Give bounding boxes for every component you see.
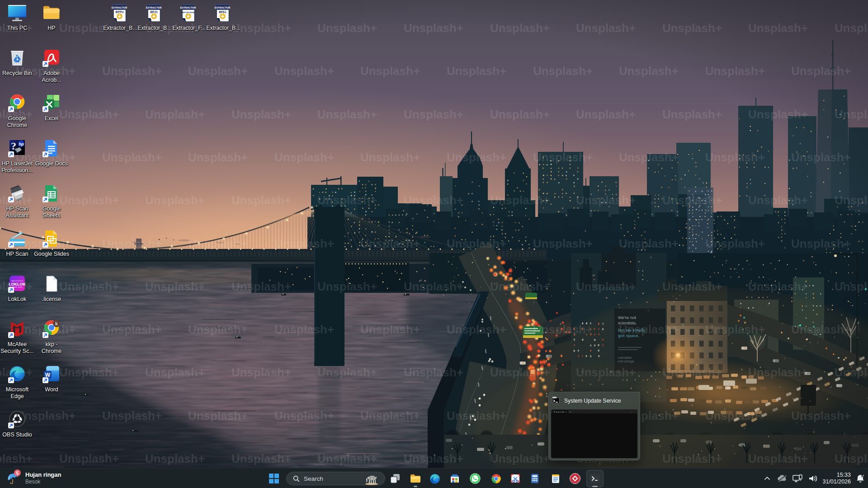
svg-text:W: W <box>45 372 51 378</box>
svg-text:Unsplash+: Unsplash+ <box>835 452 868 465</box>
svg-text:Unsplash+: Unsplash+ <box>274 237 334 250</box>
svg-text:Unsplash+: Unsplash+ <box>748 452 808 465</box>
svg-text:Unsplash+: Unsplash+ <box>360 409 420 422</box>
svg-text:Unsplash+: Unsplash+ <box>145 452 205 465</box>
svg-text:Unsplash+: Unsplash+ <box>705 64 765 78</box>
svg-text:Unsplash+: Unsplash+ <box>404 366 463 379</box>
svg-text:Unsplash+: Unsplash+ <box>748 280 808 293</box>
svg-text:Unsplash+: Unsplash+ <box>791 237 851 250</box>
svg-text:Unsplash+: Unsplash+ <box>705 237 765 250</box>
svg-text:Unsplash+: Unsplash+ <box>490 21 550 35</box>
svg-text:Unsplash+: Unsplash+ <box>59 452 119 465</box>
svg-text:Unsplash+: Unsplash+ <box>447 237 506 250</box>
svg-text:FAKTUR PAJAK: FAKTUR PAJAK <box>181 11 195 14</box>
svg-text:Unsplash+: Unsplash+ <box>576 366 636 379</box>
svg-text:Unsplash+: Unsplash+ <box>188 323 248 336</box>
svg-text:BP21: BP21 <box>151 10 158 14</box>
svg-text:Unsplash+: Unsplash+ <box>705 409 765 422</box>
svg-text:Unsplash+: Unsplash+ <box>748 108 808 121</box>
svg-text:Unsplash+: Unsplash+ <box>231 366 291 379</box>
svg-text:LOKLOK: LOKLOK <box>9 282 26 286</box>
svg-text:Unsplash+: Unsplash+ <box>835 193 868 207</box>
svg-text:Unsplash+: Unsplash+ <box>404 452 463 465</box>
svg-text:Unsplash+: Unsplash+ <box>791 323 851 336</box>
svg-text:Unsplash+: Unsplash+ <box>662 108 722 121</box>
svg-text:Unsplash+: Unsplash+ <box>274 323 334 336</box>
svg-text:BPA1: BPA1 <box>219 10 226 14</box>
svg-text:Unsplash+: Unsplash+ <box>145 366 205 379</box>
svg-text:Unsplash+: Unsplash+ <box>274 150 334 164</box>
svg-text:Unsplash+: Unsplash+ <box>102 64 162 78</box>
svg-text:Unsplash+: Unsplash+ <box>404 280 463 293</box>
svg-text:hp: hp <box>19 142 24 146</box>
svg-text:Unsplash+: Unsplash+ <box>0 452 33 465</box>
svg-text:Unsplash+: Unsplash+ <box>835 280 868 293</box>
svg-text:Unsplash+: Unsplash+ <box>317 366 377 379</box>
svg-text:EXTRACTOR: EXTRACTOR <box>215 6 231 9</box>
svg-text:Unsplash+: Unsplash+ <box>490 280 550 293</box>
svg-text:EXTRACTOR: EXTRACTOR <box>112 6 127 9</box>
svg-text:Unsplash+: Unsplash+ <box>447 150 506 164</box>
svg-text:Unsplash+: Unsplash+ <box>447 409 506 422</box>
svg-text:Unsplash+: Unsplash+ <box>188 237 248 250</box>
svg-text:Unsplash+: Unsplash+ <box>317 280 377 293</box>
svg-text:Unsplash+: Unsplash+ <box>447 64 506 78</box>
svg-text:EXTRACTOR: EXTRACTOR <box>180 6 196 9</box>
svg-text:Unsplash+: Unsplash+ <box>102 323 162 336</box>
svg-text:Unsplash+: Unsplash+ <box>102 237 162 250</box>
svg-text:Unsplash+: Unsplash+ <box>231 193 291 207</box>
svg-text:Unsplash+: Unsplash+ <box>533 237 593 250</box>
svg-text:Unsplash+: Unsplash+ <box>835 108 868 121</box>
svg-text:Unsplash+: Unsplash+ <box>619 64 679 78</box>
svg-text:Unsplash+: Unsplash+ <box>619 237 679 250</box>
svg-text:Unsplash+: Unsplash+ <box>533 150 593 164</box>
svg-text:Unsplash+: Unsplash+ <box>835 21 868 35</box>
svg-text:Unsplash+: Unsplash+ <box>231 452 291 465</box>
svg-text:Unsplash+: Unsplash+ <box>447 323 506 336</box>
svg-text:Unsplash+: Unsplash+ <box>360 150 420 164</box>
svg-text:Unsplash+: Unsplash+ <box>145 280 205 293</box>
svg-text:Unsplash+: Unsplash+ <box>490 108 550 121</box>
svg-text:Unsplash+: Unsplash+ <box>231 108 291 121</box>
svg-text:Unsplash+: Unsplash+ <box>274 64 334 78</box>
svg-text:Unsplash+: Unsplash+ <box>188 150 248 164</box>
svg-text:Unsplash+: Unsplash+ <box>490 366 550 379</box>
svg-text:Unsplash+: Unsplash+ <box>705 150 765 164</box>
svg-text:Unsplash+: Unsplash+ <box>188 409 248 422</box>
svg-text:Unsplash+: Unsplash+ <box>662 280 722 293</box>
svg-text:Unsplash+: Unsplash+ <box>662 21 722 35</box>
svg-text:Unsplash+: Unsplash+ <box>317 108 377 121</box>
svg-text:z: z <box>863 474 864 477</box>
svg-text:Unsplash+: Unsplash+ <box>576 193 636 207</box>
svg-text:Unsplash+: Unsplash+ <box>231 280 291 293</box>
svg-text:Unsplash+: Unsplash+ <box>662 193 722 207</box>
svg-text:Unsplash+: Unsplash+ <box>404 193 463 207</box>
svg-text:Unsplash+: Unsplash+ <box>404 108 463 121</box>
svg-text:Unsplash+: Unsplash+ <box>748 21 808 35</box>
svg-text:Unsplash+: Unsplash+ <box>576 21 636 35</box>
svg-text:Unsplash+: Unsplash+ <box>662 366 722 379</box>
svg-text:Unsplash+: Unsplash+ <box>317 452 377 465</box>
svg-text:Unsplash+: Unsplash+ <box>662 452 722 465</box>
svg-text:Unsplash+: Unsplash+ <box>619 323 679 336</box>
svg-text:Unsplash+: Unsplash+ <box>835 366 868 379</box>
svg-text:Unsplash+: Unsplash+ <box>317 193 377 207</box>
svg-text:Unsplash+: Unsplash+ <box>791 64 851 78</box>
svg-text:Unsplash+: Unsplash+ <box>576 108 636 121</box>
svg-text:Unsplash+: Unsplash+ <box>748 366 808 379</box>
svg-text:Unsplash+: Unsplash+ <box>188 64 248 78</box>
svg-text:Unsplash+: Unsplash+ <box>102 150 162 164</box>
svg-text:Unsplash+: Unsplash+ <box>791 150 851 164</box>
svg-text:Unsplash+: Unsplash+ <box>748 193 808 207</box>
svg-text:Unsplash+: Unsplash+ <box>360 64 420 78</box>
svg-text:Unsplash+: Unsplash+ <box>274 409 334 422</box>
svg-text:Unsplash+: Unsplash+ <box>317 21 377 35</box>
svg-text:Unsplash+: Unsplash+ <box>404 21 463 35</box>
svg-text:Unsplash+: Unsplash+ <box>145 108 205 121</box>
svg-text:Unsplash+: Unsplash+ <box>533 64 593 78</box>
svg-text:Unsplash+: Unsplash+ <box>102 409 162 422</box>
svg-text:Unsplash+: Unsplash+ <box>145 193 205 207</box>
svg-text:Unsplash+: Unsplash+ <box>576 280 636 293</box>
svg-text:EXTRACTOR: EXTRACTOR <box>146 6 162 9</box>
svg-text:Unsplash+: Unsplash+ <box>360 323 420 336</box>
